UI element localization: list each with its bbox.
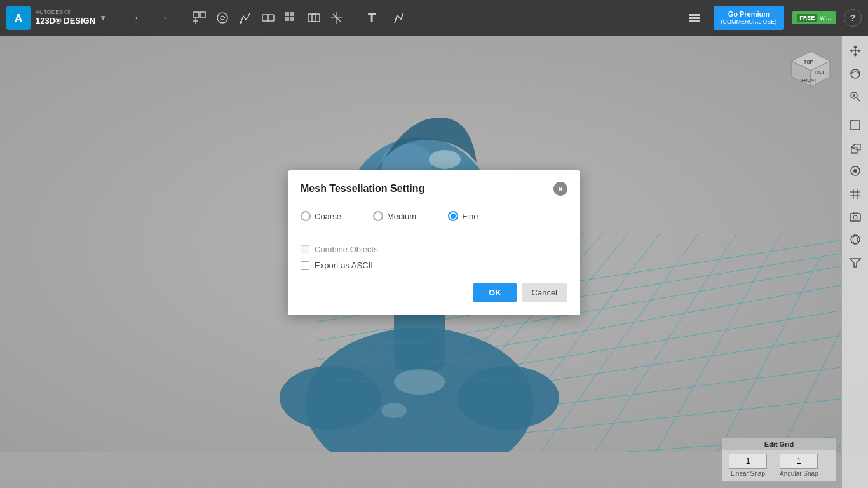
redo-button[interactable]: → [153, 9, 172, 27]
pattern-icon[interactable] [281, 8, 301, 28]
svg-rect-3 [200, 12, 205, 17]
svg-point-6 [217, 13, 227, 23]
undo-button[interactable]: ← [129, 9, 148, 27]
medium-radio[interactable] [373, 211, 383, 221]
text-tool-icon[interactable]: T [363, 6, 386, 29]
dialog-title: Mesh Tessellation Setting [301, 183, 424, 194]
mesh-tessellation-dialog: Mesh Tessellation Setting × Coarse Mediu… [288, 170, 580, 315]
export-ascii-option[interactable]: Export as ASCII [301, 261, 567, 270]
export-ascii-label: Export as ASCII [315, 261, 373, 270]
toolbar-divider [121, 6, 121, 29]
svg-rect-13 [290, 17, 294, 21]
svg-rect-12 [285, 17, 289, 21]
coarse-label: Coarse [315, 212, 341, 221]
svg-rect-2 [194, 12, 199, 17]
dialog-header: Mesh Tessellation Setting × [288, 170, 580, 205]
ok-button[interactable]: OK [473, 283, 517, 302]
toolbar-divider3 [355, 6, 355, 29]
undo-redo-group: ← → [129, 9, 172, 27]
radio-options-group: Coarse Medium Fine [301, 211, 567, 221]
svg-rect-17 [689, 14, 700, 16]
help-button[interactable]: ? [844, 9, 862, 27]
fine-radio[interactable] [448, 211, 458, 221]
svg-point-7 [240, 21, 242, 24]
dialog-close-button[interactable]: × [553, 182, 567, 196]
svg-rect-19 [689, 20, 700, 22]
dialog-body: Coarse Medium Fine [288, 205, 580, 315]
cancel-button[interactable]: Cancel [522, 283, 567, 302]
viewport: FRONT RIGHT TOP [0, 36, 868, 488]
boolean-icon[interactable] [304, 8, 324, 28]
coarse-option[interactable]: Coarse [301, 211, 341, 221]
group-icon[interactable] [258, 8, 278, 28]
svg-rect-11 [290, 12, 294, 16]
modify-icon[interactable] [235, 8, 255, 28]
app-dropdown-arrow[interactable]: ▼ [99, 13, 107, 22]
dialog-overlay: Mesh Tessellation Setting × Coarse Mediu… [0, 36, 868, 488]
free-member-button[interactable]: FREE wi... [792, 11, 836, 24]
app-name: AUTODESK® 123D® DESIGN [36, 9, 95, 27]
toolbar-divider2 [184, 6, 184, 29]
autodesk-logo: A [6, 6, 31, 30]
svg-rect-18 [689, 17, 700, 19]
export-ascii-checkbox[interactable] [301, 261, 309, 270]
coarse-radio[interactable] [301, 211, 311, 221]
combine-objects-label: Combine Objects [315, 245, 378, 254]
checkboxes-group: Combine Objects Export as ASCII [301, 245, 567, 270]
free-icon: FREE [797, 14, 817, 22]
svg-rect-10 [285, 12, 289, 16]
sketch-icon[interactable] [388, 6, 411, 29]
main-tools-group: T [189, 6, 684, 29]
new-primitive-icon[interactable] [189, 8, 210, 28]
shell-icon[interactable] [212, 8, 233, 28]
dialog-divider [301, 234, 567, 234]
svg-text:T: T [368, 11, 376, 25]
svg-text:A: A [15, 12, 23, 25]
toolbar: A AUTODESK® 123D® DESIGN ▼ ← → [0, 0, 868, 36]
dialog-buttons: OK Cancel [301, 283, 567, 302]
layers-icon[interactable] [684, 8, 705, 28]
fine-option[interactable]: Fine [448, 211, 478, 221]
combine-objects-checkbox[interactable] [301, 245, 309, 254]
logo-area: A AUTODESK® 123D® DESIGN ▼ [6, 6, 107, 30]
medium-option[interactable]: Medium [373, 211, 416, 221]
combine-objects-option[interactable]: Combine Objects [301, 245, 567, 254]
fine-label: Fine [462, 212, 478, 221]
go-premium-button[interactable]: Go Premium (COMMERCIAL USE) [714, 6, 785, 30]
medium-label: Medium [387, 212, 416, 221]
transform-icon[interactable] [327, 8, 347, 28]
